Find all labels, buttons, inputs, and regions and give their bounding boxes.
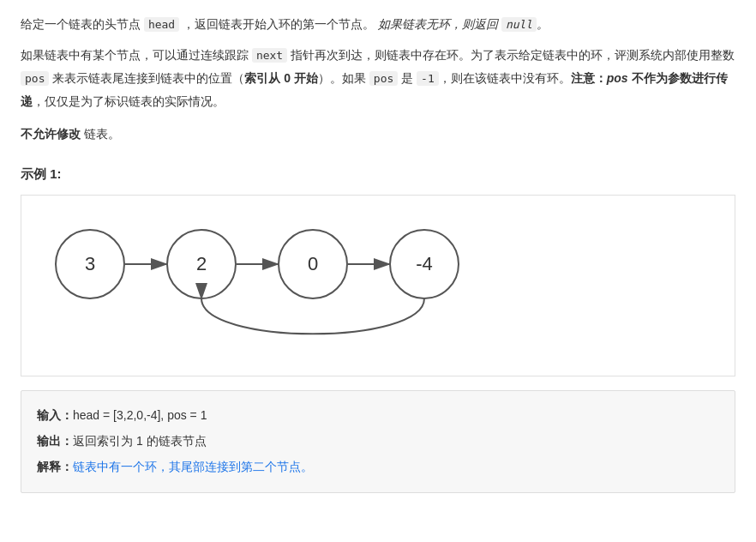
pos-code1: pos [21,71,49,86]
pos-code2: pos [369,71,398,86]
para2-text1: 如果链表中有某个节点，可以通过连续跟踪 [21,48,252,62]
para2-bold1: 索引从 0 开始 [244,71,318,85]
output-line: 输出：返回索引为 1 的链表节点 [37,429,719,453]
next-code: next [252,48,287,63]
input-value: head = [3,2,0,-4], pos = 1 [73,408,207,422]
diagram-wrapper: 3 2 0 -4 [21,195,735,376]
svg-text:3: 3 [85,253,95,274]
linked-list-diagram: 3 2 0 -4 [21,196,735,367]
explain-line: 解释：链表中有一个环，其尾部连接到第二个节点。 [37,455,719,479]
output-label: 输出： [37,434,73,448]
para2-text3: 来表示链表尾连接到链表中的位置（ [49,71,244,85]
diagram-svg: 3 2 0 -4 [21,196,756,367]
para2-text2: 指针再次到达，则链表中存在环。为了表示给定链表中的环，评测系统内部使用整数 [287,48,735,62]
svg-text:0: 0 [308,253,318,274]
input-label: 输入： [37,408,73,422]
para2-text4: ）。如果 [318,71,369,85]
para2-bold3: pos [607,71,628,85]
no-modify-line: 不允许修改 链表。 [21,123,735,146]
svg-text:-4: -4 [416,253,433,274]
para2-text5: 是 [398,71,417,85]
para2-bold2: 注意： [571,71,607,85]
intro-text-2: ，返回链表开始入环的第一个节点。 [183,17,375,31]
svg-text:2: 2 [196,253,207,274]
no-modify-bold: 不允许修改 [21,127,81,141]
example-title: 示例 1: [21,166,735,183]
intro-text-1: 给定一个链表的头节点 [21,17,144,31]
para2-text6: ，则在该链表中没有环。 [439,71,571,85]
no-modify-text: 链表。 [81,127,120,141]
example-box: 输入：head = [3,2,0,-4], pos = 1 输出：返回索引为 1… [21,390,735,493]
intro-line1: 给定一个链表的头节点 head ，返回链表开始入环的第一个节点。 如果链表无环，… [21,14,735,35]
intro-italic-1: 如果链表无环，则返回 [378,17,501,31]
null-code: null [501,17,537,32]
explain-value: 链表中有一个环，其尾部连接到第二个节点。 [73,460,313,473]
output-value: 返回索引为 1 的链表节点 [73,434,207,448]
head-code: head [144,17,179,32]
neg1-code: -1 [417,71,439,86]
explain-label: 解释： [37,460,73,473]
input-line: 输入：head = [3,2,0,-4], pos = 1 [37,403,719,427]
para2: 如果链表中有某个节点，可以通过连续跟踪 next 指针再次到达，则链表中存在环。… [21,44,735,112]
intro-italic-end: 。 [537,17,549,31]
para2-text8: ，仅仅是为了标识链表的实际情况。 [33,94,225,108]
